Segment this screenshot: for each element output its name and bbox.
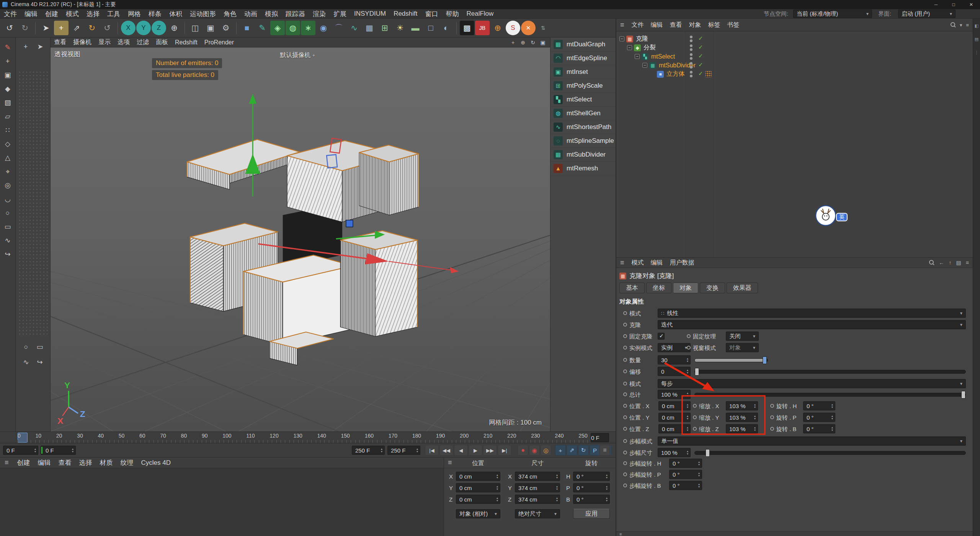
spline-smooth-icon[interactable]: ∿ — [20, 356, 32, 368]
visibility-dots[interactable] — [690, 53, 693, 60]
ruler-end-box[interactable]: 0 F — [591, 433, 609, 442]
om-menu-icon[interactable] — [616, 21, 628, 29]
search-icon[interactable] — [951, 22, 956, 28]
prev-frame-button[interactable]: ◀ — [454, 445, 468, 456]
menu-item[interactable]: 窗口 — [421, 9, 442, 18]
om-menu-item[interactable]: 标签 — [705, 19, 724, 31]
anim-dot[interactable] — [693, 427, 697, 431]
anim-dot[interactable] — [770, 415, 774, 419]
goto-end-button[interactable]: ▶| — [498, 445, 511, 456]
tree-item-cube[interactable]: ■ 立方体 ✓ — [619, 70, 970, 78]
primitive-cube-button[interactable]: ■ — [240, 21, 254, 35]
frame-field-1[interactable]: 0 F — [3, 446, 38, 455]
rotation-h-field[interactable]: 0 ° — [573, 472, 610, 481]
subdivision-surface-button[interactable]: ◉ — [316, 21, 331, 35]
attribute-tab[interactable]: 基本 — [619, 283, 645, 293]
generator-button-1[interactable]: ◈ — [270, 21, 285, 35]
am-header-icon[interactable]: ▤ — [956, 260, 961, 266]
snap-icon[interactable]: ◡ — [2, 193, 14, 205]
viewport-menu-item[interactable]: ProRender — [201, 38, 237, 47]
slider-handle[interactable] — [961, 391, 965, 399]
undo-icon[interactable]: ↺ — [2, 21, 17, 35]
position-z-clone-field[interactable]: 0 cm — [658, 424, 691, 433]
rotation-p-field[interactable]: 0 ° — [573, 483, 610, 492]
om-menu-item[interactable]: 书签 — [724, 19, 743, 31]
menu-item[interactable]: 扩展 — [330, 9, 350, 18]
anim-dot[interactable] — [693, 404, 697, 408]
material-menu-item[interactable]: 查看 — [55, 458, 75, 468]
floor-button[interactable]: ▬ — [408, 21, 423, 35]
anim-dot[interactable] — [623, 382, 627, 386]
size-x-field[interactable]: 374 cm — [515, 472, 560, 481]
menu-item[interactable]: 创建 — [41, 9, 62, 18]
count-field[interactable]: 30 — [658, 355, 691, 364]
enabled-check-icon[interactable]: ✓ — [698, 35, 703, 42]
material-manager[interactable]: 创建编辑查看选择材质纹理Cycles 4D — [0, 458, 444, 536]
anim-dot[interactable] — [770, 404, 774, 408]
cineware-globe-icon[interactable]: ⊕ — [490, 21, 505, 35]
total-slider[interactable] — [694, 393, 966, 397]
slider-handle[interactable] — [763, 356, 767, 364]
viewport-canvas[interactable]: Y Z X 透视视图 Number of emitters: 0 Total l… — [51, 47, 550, 431]
menu-item[interactable]: INSYDIUM — [350, 9, 390, 18]
maximize-button[interactable]: □ — [945, 0, 962, 9]
om-header-icon[interactable]: ▾ — [960, 22, 962, 28]
expander-icon[interactable]: − — [619, 36, 624, 41]
anim-dot[interactable] — [623, 311, 627, 315]
menu-item[interactable]: 体积 — [165, 9, 186, 18]
camera-button[interactable]: □ — [423, 21, 438, 35]
viewport-menu-item[interactable]: 过滤 — [133, 38, 152, 47]
lasso-select-icon[interactable]: ○ — [2, 207, 14, 219]
tree-item-mtsubdivider[interactable]: − ▦ mtSubDivider ✓ — [619, 61, 970, 70]
object-label[interactable]: 立方体 — [666, 70, 685, 78]
anim-dot[interactable] — [623, 427, 627, 431]
menu-item[interactable]: 渲染 — [309, 9, 330, 18]
plugin-mtremesh[interactable]: ▲ mtRemesh — [550, 162, 616, 175]
record-selection-button[interactable]: ◎ — [541, 445, 551, 456]
menu-item[interactable]: 运动图形 — [186, 9, 220, 18]
material-menu-icon[interactable] — [0, 459, 13, 467]
deformer-bend-button[interactable]: ⌒ — [332, 21, 346, 35]
tree-item-fracture[interactable]: − ◆ 分裂 ✓ — [619, 43, 970, 52]
size-y-field[interactable]: 374 cm — [515, 483, 560, 492]
am-menu-item[interactable]: 编辑 — [647, 258, 666, 268]
step-rotation-b-field[interactable]: 0 ° — [669, 481, 702, 490]
dock-tab-icon-1[interactable]: ◧ — [975, 23, 978, 28]
make-editable-icon[interactable]: ▣ — [2, 69, 14, 81]
step-rotation-p-field[interactable]: 0 ° — [669, 470, 702, 479]
coordinates-menu-icon[interactable] — [444, 459, 456, 467]
position-y-clone-field[interactable]: 0 cm — [658, 413, 691, 422]
material-menu-item[interactable]: 纹理 — [117, 458, 137, 468]
anim-dot[interactable] — [623, 358, 627, 362]
object-label[interactable]: 分裂 — [644, 44, 656, 52]
menu-item[interactable]: 角色 — [220, 9, 240, 18]
pan-view-icon[interactable]: + — [509, 39, 517, 46]
add-points-icon[interactable]: + — [20, 41, 32, 53]
last-tool-icon[interactable]: ↺ — [100, 21, 114, 35]
size-mode-dropdown[interactable]: 绝对尺寸 — [515, 509, 560, 518]
tree-item-cloner[interactable]: − ▦ 克隆 ✓ — [619, 34, 970, 43]
play-button[interactable]: ▶ — [469, 445, 482, 456]
node-space-dropdown[interactable]: 当前 (标准/物理) — [793, 10, 872, 18]
spline-pen-button[interactable]: ✎ — [255, 21, 270, 35]
plugin-mtedgespline[interactable]: ◠ mtEdgeSpline — [550, 51, 616, 65]
dock-tab-icon-2[interactable]: ▤ — [975, 37, 978, 42]
menu-item[interactable]: 编辑 — [21, 9, 41, 18]
polygon-selection-tag[interactable] — [705, 71, 712, 77]
menu-item[interactable]: 跟踪器 — [282, 9, 309, 18]
y-axis-lock-button[interactable]: Y — [136, 21, 151, 35]
expander-icon[interactable]: − — [627, 45, 632, 50]
anim-dot[interactable] — [623, 451, 627, 454]
goto-start-button[interactable]: |◀ — [425, 445, 439, 456]
search-icon[interactable] — [929, 260, 934, 265]
menu-item[interactable]: 模拟 — [261, 9, 282, 18]
om-menu-item[interactable]: 文件 — [628, 19, 647, 31]
circle-tool-icon[interactable]: ○ — [20, 341, 32, 353]
rotate-tool-icon[interactable]: ↻ — [85, 21, 99, 35]
anim-dot[interactable] — [687, 334, 691, 338]
polygons-mode-icon[interactable]: △ — [2, 152, 14, 164]
spline-tool-icon[interactable]: ∿ — [2, 234, 14, 247]
visibility-dots[interactable] — [690, 71, 693, 77]
toggle-view-icon[interactable]: ▣ — [539, 39, 547, 46]
anim-dot[interactable] — [623, 439, 627, 443]
